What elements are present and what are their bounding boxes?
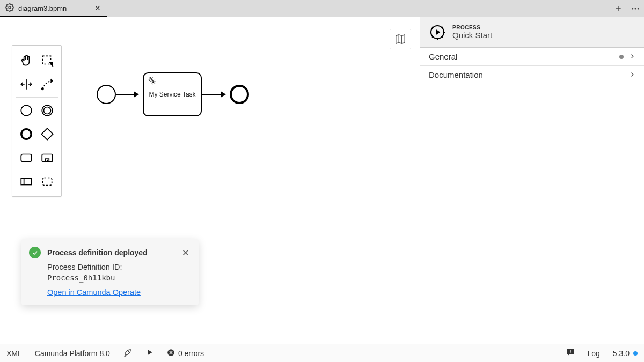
- svg-point-9: [21, 129, 31, 139]
- section-general[interactable]: General: [420, 48, 644, 66]
- properties-title: Quick Start: [452, 31, 492, 40]
- svg-rect-15: [43, 178, 52, 186]
- error-icon: [167, 349, 175, 358]
- participant-tool[interactable]: [17, 172, 36, 191]
- feedback-button[interactable]: [560, 344, 581, 362]
- svg-rect-14: [21, 179, 32, 185]
- deploy-toast: Process definition deployed ✕ Process De…: [21, 239, 199, 305]
- subprocess-tool[interactable]: [38, 148, 57, 167]
- status-version[interactable]: 5.3.0: [606, 344, 644, 362]
- main-area: My Service Task Process definition deplo…: [0, 17, 644, 344]
- chevron-right-icon: [629, 70, 635, 79]
- tab-label: diagram3.bpmn: [18, 4, 89, 12]
- svg-rect-10: [42, 128, 53, 139]
- feedback-icon: [566, 348, 575, 358]
- bpmn-sequence-flow[interactable]: [202, 94, 225, 95]
- task-tool[interactable]: [17, 148, 36, 167]
- run-button[interactable]: [139, 344, 160, 362]
- svg-point-3: [638, 8, 639, 9]
- toast-body: Process Definition ID: Process_0h11kbu: [47, 262, 191, 284]
- bpmn-end-event[interactable]: [230, 85, 249, 104]
- svg-rect-20: [570, 350, 570, 352]
- svg-point-8: [44, 107, 51, 114]
- group-tool[interactable]: [38, 172, 57, 191]
- status-xml[interactable]: XML: [0, 344, 28, 362]
- success-check-icon: [29, 247, 41, 258]
- tab-diagram[interactable]: diagram3.bpmn ✕: [0, 0, 107, 17]
- close-icon[interactable]: ✕: [93, 4, 102, 13]
- play-icon: [145, 348, 154, 358]
- end-event-tool[interactable]: [17, 124, 36, 144]
- section-documentation-label: Documentation: [429, 70, 483, 79]
- bpmn-sequence-flow[interactable]: [116, 94, 138, 95]
- process-icon: [429, 24, 446, 41]
- update-dot-icon: [633, 351, 638, 356]
- lasso-tool[interactable]: [38, 51, 57, 70]
- diagram-canvas[interactable]: My Service Task Process definition deplo…: [0, 17, 420, 344]
- toast-close-button[interactable]: ✕: [180, 248, 191, 258]
- properties-header: PROCESS Quick Start: [420, 17, 644, 48]
- global-connect-tool[interactable]: [38, 75, 57, 94]
- intermediate-event-tool[interactable]: [38, 101, 57, 120]
- svg-point-0: [9, 6, 11, 9]
- svg-point-5: [42, 88, 43, 90]
- properties-subtitle: PROCESS: [452, 25, 492, 31]
- section-documentation[interactable]: Documentation: [420, 66, 644, 84]
- tab-bar: diagram3.bpmn ✕: [0, 0, 644, 17]
- open-operate-link[interactable]: Open in Camunda Operate: [47, 288, 141, 297]
- tab-bar-spacer: [107, 0, 610, 17]
- svg-rect-11: [21, 154, 32, 162]
- chevron-right-icon: [629, 52, 635, 61]
- status-log[interactable]: Log: [581, 344, 606, 362]
- properties-panel: PROCESS Quick Start General Documentatio…: [420, 17, 644, 344]
- task-label: My Service Task: [149, 91, 195, 98]
- rocket-icon: [123, 348, 133, 359]
- status-bar: XML Camunda Platform 8.0 0 errors Log 5.…: [0, 344, 644, 362]
- more-menu-button[interactable]: [627, 0, 644, 17]
- minimap-toggle[interactable]: [390, 29, 411, 49]
- svg-rect-21: [570, 352, 570, 353]
- bpmn-start-event[interactable]: [97, 85, 116, 104]
- section-indicator-dot-icon: [619, 55, 624, 59]
- gear-icon: [5, 3, 14, 13]
- status-errors[interactable]: 0 errors: [160, 344, 210, 362]
- svg-point-1: [632, 8, 633, 9]
- hand-tool[interactable]: [17, 51, 36, 70]
- start-event-tool[interactable]: [17, 101, 36, 120]
- deploy-button[interactable]: [116, 344, 139, 362]
- toast-title: Process definition deployed: [47, 248, 173, 257]
- toast-body-value: Process_0h11kbu: [47, 274, 115, 282]
- tool-palette: [12, 45, 62, 197]
- service-task-marker-icon: [147, 76, 157, 87]
- svg-point-2: [635, 8, 636, 9]
- svg-point-16: [150, 78, 152, 80]
- svg-point-6: [21, 105, 32, 116]
- toast-body-label: Process Definition ID:: [47, 263, 122, 271]
- section-general-label: General: [429, 52, 457, 61]
- space-tool[interactable]: [17, 75, 36, 94]
- gateway-tool[interactable]: [38, 124, 57, 144]
- status-platform[interactable]: Camunda Platform 8.0: [28, 344, 116, 362]
- bpmn-service-task[interactable]: My Service Task: [143, 72, 202, 116]
- new-tab-button[interactable]: [610, 0, 627, 17]
- svg-point-17: [152, 80, 154, 83]
